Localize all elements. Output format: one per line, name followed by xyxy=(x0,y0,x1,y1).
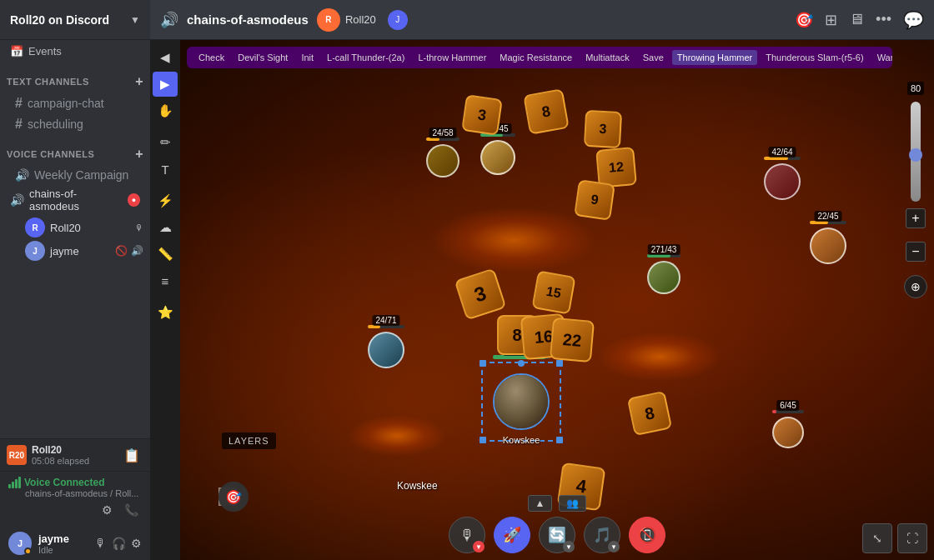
mic-chevron: ▼ xyxy=(473,541,485,552)
zoom-out-btn[interactable]: − xyxy=(906,242,926,262)
grid-btn[interactable]: ⊞ xyxy=(825,11,837,29)
sound-btn[interactable]: 🎵 ▼ xyxy=(584,517,620,553)
zoom-in-btn[interactable]: + xyxy=(906,208,926,228)
token-5[interactable]: 271/43 xyxy=(647,261,680,294)
voice-channels-header[interactable]: VOICE CHANNELS + xyxy=(0,135,150,165)
sidebar-item-weekly-campaign[interactable]: 🔊 Weekly Campaign xyxy=(3,166,147,184)
token-8[interactable]: 6/45 xyxy=(772,417,804,448)
top-bar-actions: 🎯 ⊞ 🖥 ••• 💬 xyxy=(795,10,924,30)
zoom-slider-thumb[interactable] xyxy=(909,148,922,162)
action-devils-sight[interactable]: Devil's Sight xyxy=(233,50,293,65)
screen-btn[interactable]: 🖥 xyxy=(849,11,864,28)
mute-icon: 🎙 xyxy=(135,223,143,232)
popout-btn[interactable]: ⤡ xyxy=(862,523,892,553)
handle-tr[interactable] xyxy=(556,360,563,367)
action-thunderous-slam[interactable]: Thunderous Slam-(r5-6) xyxy=(761,50,868,65)
token-6[interactable]: 24/71 xyxy=(368,332,404,368)
mic-btn[interactable]: 🎙 ▼ xyxy=(449,517,485,553)
notification-badge: ● xyxy=(128,193,140,207)
compass-btn[interactable]: ⊕ xyxy=(904,275,927,298)
mute-btn[interactable]: 🎙 xyxy=(95,537,107,550)
action-check[interactable]: Check xyxy=(193,50,229,65)
fog-tool-btn[interactable]: ☁ xyxy=(153,215,178,240)
die-5: 9 xyxy=(574,179,615,221)
voice-connected-bar: Voice Connected chains-of-asmodeus / Rol… xyxy=(0,472,150,527)
settings-btn[interactable]: ⚙ xyxy=(131,537,142,550)
action-save[interactable]: Save xyxy=(638,50,669,65)
activity-btn[interactable]: 🎯 xyxy=(795,11,813,29)
action-magic-resistance[interactable]: Magic Resistance xyxy=(495,50,577,65)
token-2[interactable]: 29/45 xyxy=(480,140,515,175)
voice-settings-btn[interactable]: ⚙ xyxy=(98,502,116,518)
hand-tool-btn[interactable]: ✋ xyxy=(153,98,178,123)
status-dot xyxy=(24,548,32,555)
text-tool-btn[interactable]: T xyxy=(153,157,178,182)
voice-disconnect-btn[interactable]: 📞 xyxy=(121,502,142,518)
map-target-btn[interactable]: 🎯 xyxy=(218,482,249,512)
lava-glow-3 xyxy=(347,415,447,457)
user-count-btn[interactable]: 👥 xyxy=(559,495,586,512)
calendar-icon: 📅 xyxy=(10,45,23,58)
action-init[interactable]: Init xyxy=(296,50,319,65)
cam-chevron: ▼ xyxy=(563,541,575,552)
action-l-call-thunder[interactable]: L-call Thunder-(2a) xyxy=(322,50,409,65)
pointer-tool-btn[interactable]: ▶ xyxy=(153,72,178,97)
hash-icon: # xyxy=(15,117,23,132)
avatar: J xyxy=(25,241,45,261)
sidebar-item-chains-of-asmodeus[interactable]: 🔊 chains-of-asmodeus ● xyxy=(3,185,147,215)
action-throwing-hammer[interactable]: Throwing Hammer xyxy=(672,50,757,65)
list-tool-btn[interactable]: ≡ xyxy=(153,268,178,293)
sidebar-item-events[interactable]: 📅 Events xyxy=(0,40,150,62)
game-map[interactable]: Check Devil's Sight Init L-call Thunder-… xyxy=(180,40,934,560)
token-selected-kowskee[interactable]: 165/180 Kowskee xyxy=(493,373,550,430)
zoom-slider-track xyxy=(911,102,921,202)
handle-tl[interactable] xyxy=(480,360,486,367)
roll20-icon: R20 xyxy=(7,445,27,465)
sub-user-jayme[interactable]: J jayme 🚫 🔊 xyxy=(0,239,150,262)
sub-user-roll20[interactable]: R Roll20 🎙 xyxy=(0,216,150,239)
headphone-btn[interactable]: 🎧 xyxy=(112,537,126,550)
sound-chevron: ▼ xyxy=(608,541,620,552)
sidebar-item-campaign-chat[interactable]: # campaign-chat xyxy=(3,93,147,113)
token-hp-label: 22/45 xyxy=(814,211,841,222)
handle-bl[interactable] xyxy=(480,437,486,443)
die-7: 15 xyxy=(531,270,575,314)
ruler-tool-btn[interactable]: 📏 xyxy=(153,242,178,267)
add-channel-icon[interactable]: + xyxy=(135,74,143,89)
action-warhammer[interactable]: Warhammer xyxy=(872,50,892,65)
share-screen-btn[interactable]: 🚀 xyxy=(494,517,530,553)
roll20-name: Roll20 xyxy=(32,444,115,456)
token-3[interactable]: 42/64 xyxy=(764,163,801,200)
bottom-right-btns: ⤡ ⛶ xyxy=(862,523,927,553)
token-hp-label: 6/45 xyxy=(776,400,799,411)
text-channels-header[interactable]: TEXT CHANNELS + xyxy=(0,62,150,92)
fullscreen-btn[interactable]: ⛶ xyxy=(897,523,927,553)
more-btn[interactable]: ••• xyxy=(876,11,891,28)
user-info: jayme Idle xyxy=(38,532,88,555)
handle-tc[interactable] xyxy=(518,360,525,367)
disconnect-btn[interactable]: 📵 xyxy=(629,517,665,553)
token-1[interactable]: 24/58 xyxy=(426,144,459,178)
phone-icon: 📵 xyxy=(638,526,656,544)
add-voice-icon[interactable]: + xyxy=(135,147,143,162)
token-4[interactable]: 22/45 xyxy=(810,228,846,264)
roll20-bar: R20 Roll20 05:08 elapsed 📋 xyxy=(0,439,150,472)
lava-glow-1 xyxy=(430,207,597,273)
token-tool-btn[interactable]: ⭐ xyxy=(153,300,178,325)
collapse-toolbar-btn[interactable]: ◀ xyxy=(153,45,178,70)
sidebar-item-scheduling[interactable]: # scheduling xyxy=(3,114,147,134)
roll20-action-btn[interactable]: 📋 xyxy=(120,446,143,465)
inbox-btn[interactable]: 💬 xyxy=(903,10,924,30)
avatar: R xyxy=(25,218,45,238)
action-l-throw-hammer[interactable]: L-throw Hammer xyxy=(413,50,491,65)
server-header[interactable]: Roll20 on Discord ▼ xyxy=(0,0,150,40)
camera-btn[interactable]: 🔄 ▼ xyxy=(539,517,575,553)
token-avatar xyxy=(426,144,459,178)
lightning-tool-btn[interactable]: ⚡ xyxy=(153,188,178,213)
action-multiattack[interactable]: Multiattack xyxy=(580,50,635,65)
chevron-up-btn[interactable]: ▲ xyxy=(528,495,553,512)
die-2: 3 xyxy=(461,94,503,136)
speaker-icon: 🔊 xyxy=(15,168,29,182)
handle-br[interactable] xyxy=(556,437,563,443)
draw-tool-btn[interactable]: ✏ xyxy=(153,130,178,155)
